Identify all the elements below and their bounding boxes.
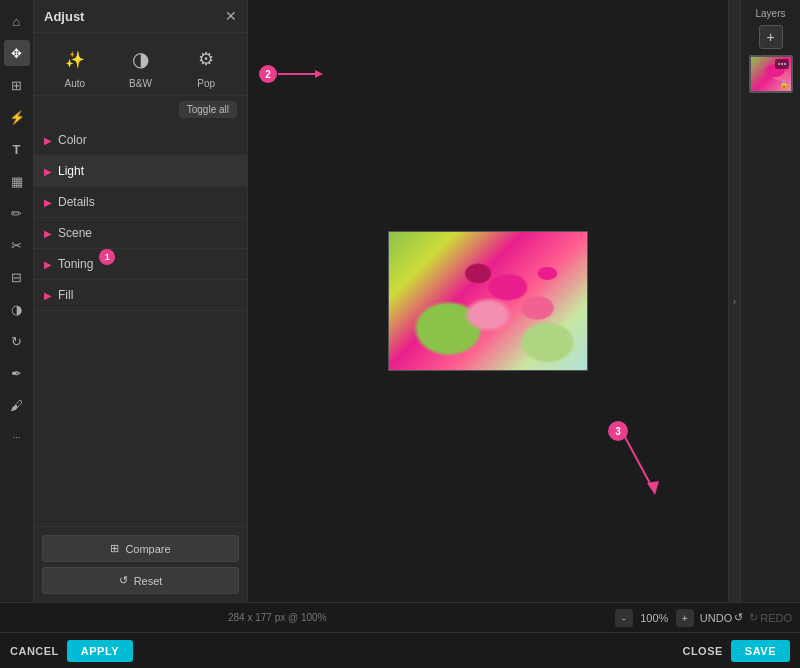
accordion-details-header[interactable]: ▶ Details: [34, 187, 247, 217]
lock-icon: 🔒: [779, 80, 789, 89]
accordion-light-header[interactable]: ▶ Light: [34, 156, 247, 186]
svg-text:2: 2: [265, 69, 271, 80]
accordion-toning-header[interactable]: ▶ Toning 1: [34, 249, 247, 279]
compare-button[interactable]: ⊞ Compare: [42, 535, 239, 562]
adjust-close-button[interactable]: ✕: [225, 8, 237, 24]
zoom-level-display: 100%: [637, 612, 672, 624]
color-label: Color: [58, 133, 87, 147]
paint-icon[interactable]: 🖌: [4, 392, 30, 418]
zoom-controls: - 100% +: [615, 609, 694, 627]
toning-label: Toning 1: [58, 257, 93, 271]
adjust-panel: Adjust ✕ ✨ Auto ◑ B&W ⚙ Pop Toggle all: [34, 0, 248, 602]
reset-button[interactable]: ↺ Reset: [42, 567, 239, 594]
chevron-light-icon: ▶: [44, 166, 52, 177]
bottom-right-actions: CLOSE SAVE: [682, 640, 790, 662]
pen-icon[interactable]: ✒: [4, 360, 30, 386]
lightning-icon[interactable]: ⚡: [4, 104, 30, 130]
zoom-in-button[interactable]: +: [676, 609, 694, 627]
accordion-toning: ▶ Toning 1: [34, 249, 247, 280]
cancel-button[interactable]: CANCEL: [10, 640, 59, 662]
bw-icon: ◑: [124, 43, 156, 75]
bottom-left-actions: CANCEL APPLY: [10, 640, 133, 662]
pop-preset-button[interactable]: ⚙ Pop: [190, 43, 222, 89]
accordion-fill: ▶ Fill: [34, 280, 247, 311]
annotation-badge-1: 1: [99, 249, 115, 265]
scissors-icon[interactable]: ✂: [4, 232, 30, 258]
brush-icon[interactable]: ✏: [4, 200, 30, 226]
layer-menu-button[interactable]: [775, 59, 789, 69]
auto-icon: ✨: [59, 43, 91, 75]
chevron-color-icon: ▶: [44, 135, 52, 146]
reset-icon: ↺: [119, 574, 128, 587]
annotation-3-container: 3: [603, 419, 663, 502]
undo-redo-controls: UNDO ↺ ↻ REDO: [700, 611, 792, 624]
bw-preset-button[interactable]: ◑ B&W: [124, 43, 156, 89]
chevron-details-icon: ▶: [44, 197, 52, 208]
preset-buttons-row: ✨ Auto ◑ B&W ⚙ Pop: [34, 33, 247, 96]
redo-label: REDO: [760, 612, 792, 624]
zoom-out-button[interactable]: -: [615, 609, 633, 627]
save-button[interactable]: SAVE: [731, 640, 790, 662]
svg-marker-3: [315, 70, 323, 78]
compare-label: Compare: [125, 543, 170, 555]
menu-dot-3: [784, 63, 786, 65]
bottom-bar: CANCEL APPLY CLOSE SAVE: [0, 632, 800, 668]
details-label: Details: [58, 195, 95, 209]
chevron-scene-icon: ▶: [44, 228, 52, 239]
add-layer-button[interactable]: +: [759, 25, 783, 49]
scene-label: Scene: [58, 226, 92, 240]
toggle-all-button[interactable]: Toggle all: [179, 101, 237, 118]
toggle-all-row: Toggle all: [34, 96, 247, 123]
left-toolbar: ⌂ ✥ ⊞ ⚡ T ▦ ✏ ✂ ⊟ ◑ ↻ ✒ 🖌 ···: [0, 0, 34, 602]
accordion-scene-header[interactable]: ▶ Scene: [34, 218, 247, 248]
status-bar: 284 x 177 px @ 100% - 100% + UNDO ↺ ↻ RE…: [0, 602, 800, 632]
auto-preset-button[interactable]: ✨ Auto: [59, 43, 91, 89]
pop-icon: ⚙: [190, 43, 222, 75]
undo-icon: ↺: [734, 611, 743, 624]
chevron-toning-icon: ▶: [44, 259, 52, 270]
annotation-3-arrow: 3: [603, 419, 663, 499]
svg-marker-7: [647, 481, 659, 495]
undo-button[interactable]: UNDO ↺: [700, 611, 743, 624]
layer-thumbnail[interactable]: 🔒: [749, 55, 793, 93]
redo-arrow-icon: ↻: [749, 611, 758, 624]
compare-icon: ⊞: [110, 542, 119, 555]
grid-icon[interactable]: ▦: [4, 168, 30, 194]
text-icon[interactable]: T: [4, 136, 30, 162]
layers-title: Layers: [755, 8, 785, 19]
action-buttons: ⊞ Compare ↺ Reset: [34, 526, 247, 602]
accordion-list: ▶ Color ▶ Light ▶ Details ▶ Scene: [34, 123, 247, 526]
pop-label: Pop: [197, 78, 215, 89]
move-icon[interactable]: ✥: [4, 40, 30, 66]
apply-button[interactable]: APPLY: [67, 640, 133, 662]
svg-text:3: 3: [615, 426, 621, 437]
accordion-color: ▶ Color: [34, 125, 247, 156]
adjust-title: Adjust: [44, 9, 84, 24]
canvas-info: 284 x 177 px @ 100%: [8, 612, 609, 623]
sliders-icon[interactable]: ⊟: [4, 264, 30, 290]
chevron-fill-icon: ▶: [44, 290, 52, 301]
adjust-header: Adjust ✕: [34, 0, 247, 33]
circle-half-icon[interactable]: ◑: [4, 296, 30, 322]
annotation-2-arrow: 2: [258, 62, 328, 86]
more-tools-icon[interactable]: ···: [4, 424, 30, 450]
svg-point-0: [259, 65, 277, 83]
light-label: Light: [58, 164, 84, 178]
bw-label: B&W: [129, 78, 152, 89]
home-icon[interactable]: ⌂: [4, 8, 30, 34]
menu-dot-1: [778, 63, 780, 65]
accordion-scene: ▶ Scene: [34, 218, 247, 249]
rotate-icon[interactable]: ↻: [4, 328, 30, 354]
crop-icon[interactable]: ⊞: [4, 72, 30, 98]
redo-button: ↻ REDO: [749, 611, 792, 624]
accordion-fill-header[interactable]: ▶ Fill: [34, 280, 247, 310]
reset-label: Reset: [134, 575, 163, 587]
accordion-details: ▶ Details: [34, 187, 247, 218]
collapse-panel-handle[interactable]: ›: [728, 0, 740, 602]
close-button[interactable]: CLOSE: [682, 640, 722, 662]
accordion-light: ▶ Light: [34, 156, 247, 187]
accordion-color-header[interactable]: ▶ Color: [34, 125, 247, 155]
auto-label: Auto: [65, 78, 86, 89]
svg-line-6: [625, 437, 653, 489]
fill-label: Fill: [58, 288, 73, 302]
